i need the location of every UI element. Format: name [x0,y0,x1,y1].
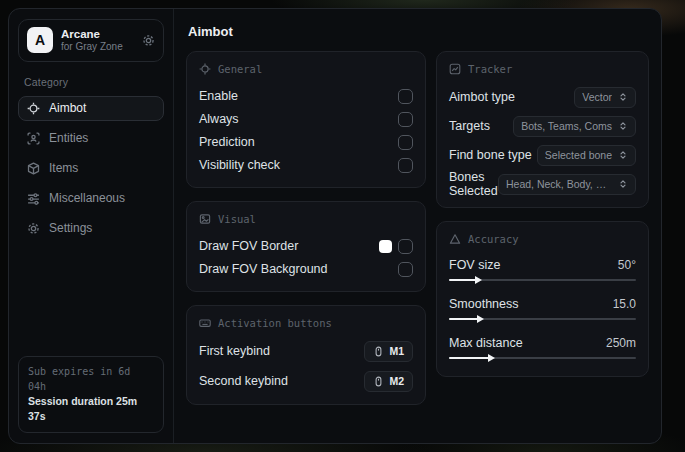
app-logo: A [27,27,53,53]
setting-label: Bones Selected [449,170,498,198]
always-checkbox[interactable] [398,112,413,127]
main-content: Aimbot General E [174,9,661,443]
targets-dropdown[interactable]: Bots, Teams, Coms [513,116,636,137]
crosshair-icon [27,102,40,115]
app-name: Arcane [61,27,134,41]
chevrons-up-down-icon [618,179,628,189]
bones-selected-dropdown[interactable]: Head, Neck, Body, Pe.. [498,174,636,195]
setting-label: Draw FOV Border [199,239,298,253]
mouse-icon [373,376,384,387]
setting-row-prediction: Prediction [199,131,413,153]
crosshair-icon [199,63,211,75]
panel-title: Tracker [468,63,512,75]
general-panel: General Enable Always Prediction [186,51,426,188]
draw-fov-border-checkbox[interactable] [398,239,413,254]
sidebar-item-items[interactable]: Items [18,156,164,181]
max-distance-value: 250m [606,336,636,350]
smoothness-value: 15.0 [613,297,636,311]
subscription-info: Sub expires in 6d 04h Session duration 2… [18,356,164,434]
accuracy-panel: Accuracy FOV size 50° [436,221,649,377]
person-scan-icon [27,132,40,145]
setting-label: Second keybind [199,374,288,388]
sidebar-item-aimbot[interactable]: Aimbot [18,96,164,121]
sub-expires-text: Sub expires in 6d 04h [28,364,154,394]
setting-label: Always [199,112,239,126]
setting-row-targets: Targets Bots, Teams, Coms [449,114,636,138]
sidebar-item-entities[interactable]: Entities [18,126,164,151]
panel-title: General [218,63,262,75]
slider-thumb[interactable] [488,354,495,362]
sidebar-item-label: Aimbot [49,101,86,115]
tracker-panel: Tracker Aimbot type Vector [436,51,649,208]
gear-icon [27,222,40,235]
setting-row-draw-fov-background: Draw FOV Background [199,258,413,280]
app-subtitle: for Gray Zone [61,41,134,54]
sidebar-item-label: Entities [49,131,88,145]
smoothness-slider[interactable] [449,314,636,324]
setting-label: Enable [199,89,238,103]
fov-size-slider[interactable] [449,275,636,285]
visual-panel: Visual Draw FOV Border Draw FOV Backgrou… [186,201,426,292]
chevrons-up-down-icon [618,150,628,160]
slider-thumb[interactable] [477,315,484,323]
menu-window: A Arcane for Gray Zone Category [8,8,662,444]
setting-row-max-distance: Max distance 250m [449,333,636,363]
slider-thumb[interactable] [475,276,482,284]
setting-row-visibility-check: Visibility check [199,154,413,176]
setting-label: Visibility check [199,158,280,172]
page-title: Aimbot [188,24,649,39]
session-duration-text: Session duration 25m 37s [28,394,154,426]
setting-label: First keybind [199,344,270,358]
setting-label: Targets [449,119,490,133]
setting-label: Prediction [199,135,255,149]
max-distance-slider[interactable] [449,353,636,363]
setting-row-find-bone-type: Find bone type Selected bone [449,143,636,167]
setting-row-enable: Enable [199,85,413,107]
sidebar-item-label: Items [49,161,78,175]
dropdown-value: Selected bone [545,149,612,161]
keybind-value: M1 [389,345,404,357]
dropdown-value: Bots, Teams, Coms [521,120,612,132]
sidebar-item-miscellaneous[interactable]: Miscellaneous [18,186,164,211]
aimbot-type-dropdown[interactable]: Vector [574,87,636,108]
chevrons-up-down-icon [618,92,628,102]
setting-label: Smoothness [449,297,518,311]
setting-row-aimbot-type: Aimbot type Vector [449,85,636,109]
sidebar: A Arcane for Gray Zone Category [9,9,174,443]
sliders-icon [27,192,40,205]
prediction-checkbox[interactable] [398,135,413,150]
category-label: Category [24,76,158,88]
visibility-check-checkbox[interactable] [398,158,413,173]
first-keybind-button[interactable]: M1 [364,341,413,362]
keyboard-icon [199,317,211,329]
chevrons-up-down-icon [618,121,628,131]
activation-buttons-panel: Activation buttons First keybind [186,305,426,405]
image-icon [199,213,211,225]
fov-border-color-swatch[interactable] [379,240,392,253]
setting-row-bones-selected: Bones Selected Head, Neck, Body, Pe.. [449,172,636,196]
panel-title: Activation buttons [218,317,332,329]
dropdown-value: Head, Neck, Body, Pe.. [506,178,612,190]
setting-label: Max distance [449,336,523,350]
mouse-icon [373,346,384,357]
setting-row-fov-size: FOV size 50° [449,255,636,285]
gear-icon[interactable] [142,34,155,47]
setting-label: Draw FOV Background [199,262,328,276]
setting-row-smoothness: Smoothness 15.0 [449,294,636,324]
find-bone-type-dropdown[interactable]: Selected bone [537,145,636,166]
setting-label: Find bone type [449,148,532,162]
panel-title: Accuracy [468,233,519,245]
setting-row-second-keybind: Second keybind M2 [199,369,413,393]
triangle-icon [449,233,461,245]
sidebar-item-label: Miscellaneous [49,191,125,205]
fov-size-value: 50° [618,258,636,272]
app-header: A Arcane for Gray Zone [18,19,164,62]
setting-label: FOV size [449,258,500,272]
keybind-value: M2 [389,375,404,387]
second-keybind-button[interactable]: M2 [364,371,413,392]
sidebar-item-settings[interactable]: Settings [18,216,164,241]
sidebar-nav: Aimbot Entities [18,96,164,241]
enable-checkbox[interactable] [398,89,413,104]
setting-row-draw-fov-border: Draw FOV Border [199,235,413,257]
draw-fov-background-checkbox[interactable] [398,262,413,277]
